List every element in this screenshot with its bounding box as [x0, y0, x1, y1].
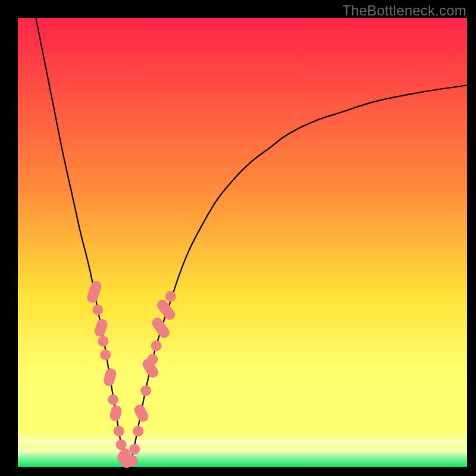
chart-overlay [18, 18, 467, 467]
scatter-dot [133, 426, 143, 437]
scatter-dot [108, 394, 118, 405]
scatter-capsule [102, 367, 118, 387]
scatter-dot [98, 336, 108, 347]
scatter-dot [92, 305, 103, 315]
scatter-capsule [86, 280, 103, 304]
scatter-markers [86, 280, 177, 468]
chart-frame: TheBottleneck.com [0, 0, 476, 476]
scatter-dot [165, 291, 176, 302]
scatter-capsule [109, 404, 123, 422]
scatter-dot [114, 426, 124, 437]
scatter-capsule [93, 318, 108, 338]
watermark-text: TheBottleneck.com [342, 2, 466, 19]
scatter-dot [100, 349, 111, 360]
scatter-dot [140, 386, 151, 396]
scatter-dot [151, 340, 162, 351]
scatter-capsule [133, 403, 151, 424]
bottleneck-curve [36, 18, 467, 465]
scatter-dot [148, 354, 158, 365]
scatter-dot [129, 444, 140, 455]
